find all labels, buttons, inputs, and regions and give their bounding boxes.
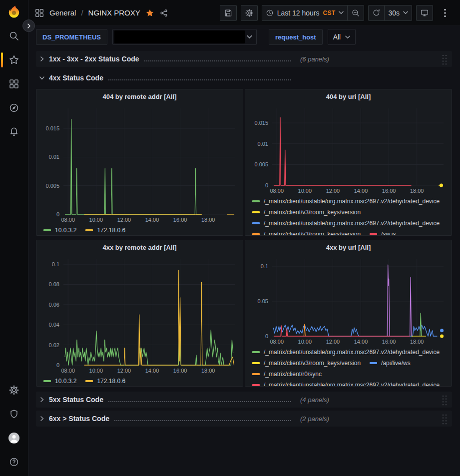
legend-item[interactable]: /_matrix/client/v3/room_keys/version xyxy=(252,229,361,236)
svg-text:16:00: 16:00 xyxy=(382,188,396,194)
timeseries-chart[interactable]: 00.020.040.060.080.108:0010:0012:0014:00… xyxy=(40,253,239,375)
dashboard-settings-button[interactable] xyxy=(241,5,258,21)
svg-text:18:00: 18:00 xyxy=(201,368,215,374)
panel-title[interactable]: 4xx by remote addr [All] xyxy=(40,242,239,253)
chevron-down-icon xyxy=(39,75,45,81)
chevron-down-icon xyxy=(339,11,344,14)
legend-swatch xyxy=(252,233,260,235)
chart-legend: 10.0.3.2172.18.0.6 xyxy=(40,376,239,386)
svg-text:0.005: 0.005 xyxy=(45,183,59,189)
legend-item[interactable]: 10.0.3.2 xyxy=(43,225,76,235)
chevron-down-icon xyxy=(403,11,408,14)
legend-item[interactable]: /_matrix/client/unstable/org.matrix.msc2… xyxy=(252,196,440,206)
legend-item[interactable]: /_matrix/client/v3/room_keys/version xyxy=(252,207,361,217)
help-question-icon xyxy=(8,457,19,468)
legend-item[interactable]: /api/live/ws xyxy=(370,358,411,368)
dotted-leader xyxy=(108,79,291,80)
legend-swatch xyxy=(252,200,260,202)
legend-item[interactable]: 172.18.0.6 xyxy=(85,225,125,235)
sidebar-item-explore[interactable] xyxy=(0,96,28,120)
svg-text:12:00: 12:00 xyxy=(326,339,340,345)
zoom-out-button[interactable] xyxy=(348,5,364,21)
svg-text:0.02: 0.02 xyxy=(49,342,59,348)
timeseries-chart[interactable]: 00.050.108:0010:0012:0014:0016:0018:00 xyxy=(249,253,448,346)
sidebar-item-configuration[interactable] xyxy=(0,378,28,402)
legend-item[interactable]: 172.18.0.6 xyxy=(85,376,125,386)
row-header-5xx[interactable]: 5xx Status Code (4 panels) xyxy=(36,392,452,408)
sidebar-bottom-group xyxy=(0,378,28,476)
grafana-logo[interactable] xyxy=(0,0,28,24)
legend-item[interactable]: /sw.js xyxy=(370,229,396,236)
svg-text:0: 0 xyxy=(265,333,268,339)
sidebar-item-help[interactable] xyxy=(0,450,28,474)
monitor-icon xyxy=(420,8,429,17)
sidebar-item-profile[interactable] xyxy=(0,426,28,450)
row-title: 1xx - 3xx - 2xx Status Code xyxy=(49,55,139,63)
save-dashboard-button[interactable] xyxy=(220,5,237,21)
panel-404-by-remote-addr: 404 by remote addr [All] 00.0050.010.015… xyxy=(36,89,243,236)
legend-item[interactable]: /_matrix/client/v3/room_keys/version xyxy=(252,358,361,368)
request-host-variable-label[interactable]: request_host xyxy=(269,29,323,45)
legend-item[interactable]: /_matrix/client/unstable/org.matrix.msc2… xyxy=(252,347,440,357)
svg-text:10:00: 10:00 xyxy=(89,217,103,223)
variables-row: DS_PROMETHEUS request_host All xyxy=(28,26,460,48)
panel-title[interactable]: 404 by remote addr [All] xyxy=(40,91,239,102)
legend-label: /_matrix/client/unstable/org.matrix.msc2… xyxy=(264,198,440,205)
legend-item[interactable]: /_matrix/client/unstable/org.matrix.msc2… xyxy=(252,218,440,228)
panel-grid: 404 by remote addr [All] 00.0050.010.015… xyxy=(36,89,452,387)
time-range-picker[interactable]: Last 12 hours CST xyxy=(262,5,348,21)
legend-swatch xyxy=(43,229,51,231)
svg-text:08:00: 08:00 xyxy=(270,188,284,194)
svg-text:08:00: 08:00 xyxy=(61,217,75,223)
sidebar-item-server-admin[interactable] xyxy=(0,402,28,426)
refresh-button[interactable] xyxy=(368,5,385,21)
timezone-label: CST xyxy=(323,9,336,16)
legend-label: /_matrix/client/v3/room_keys/version xyxy=(264,231,361,236)
topbar: General / NGINX PROXY xyxy=(28,0,460,26)
dotted-leader xyxy=(114,420,291,421)
breadcrumb-section[interactable]: General xyxy=(49,8,76,17)
row-drag-handle[interactable] xyxy=(441,413,447,425)
legend-label: 172.18.0.6 xyxy=(97,227,125,234)
sidebar-item-dashboards[interactable] xyxy=(0,72,28,96)
dotted-leader xyxy=(144,60,291,61)
refresh-interval-picker[interactable]: 30s xyxy=(385,5,412,21)
svg-text:0.1: 0.1 xyxy=(52,261,59,267)
refresh-interval-label: 30s xyxy=(388,9,400,17)
timeseries-chart[interactable]: 00.0050.010.01508:0010:0012:0014:0016:00… xyxy=(249,102,448,195)
panel-title[interactable]: 404 by uri [All] xyxy=(249,91,448,102)
svg-text:14:00: 14:00 xyxy=(145,217,159,223)
row-drag-handle[interactable] xyxy=(441,394,447,406)
compass-icon xyxy=(8,102,19,113)
row-drag-handle[interactable] xyxy=(441,53,447,65)
panel-title[interactable]: 4xx by uri [All] xyxy=(249,242,448,253)
legend-swatch xyxy=(252,351,260,353)
legend-item[interactable]: /_matrix/client/r0/sync xyxy=(252,369,322,379)
sidebar-expand-button[interactable] xyxy=(22,19,35,32)
sidebar-item-starred[interactable] xyxy=(0,48,28,72)
dashboard-title[interactable]: NGINX PROXY xyxy=(88,8,140,17)
kiosk-mode-button[interactable] xyxy=(416,5,433,21)
chart-legend: 10.0.3.2172.18.0.6 xyxy=(40,225,239,235)
legend-label: 172.18.0.6 xyxy=(97,378,125,385)
row-header-4xx[interactable]: 4xx Status Code xyxy=(36,70,452,86)
timeseries-chart[interactable]: 00.0050.010.01508:0010:0012:0014:0016:00… xyxy=(40,102,239,224)
share-icon[interactable] xyxy=(159,8,168,17)
svg-text:18:00: 18:00 xyxy=(410,339,424,345)
row-header-1xx[interactable]: 1xx - 3xx - 2xx Status Code (6 panels) xyxy=(36,51,452,67)
breadcrumb: General / NGINX PROXY xyxy=(34,8,220,18)
legend-item[interactable]: /_matrix/client/unstable/org.matrix.msc2… xyxy=(252,380,440,387)
more-menu-button[interactable] xyxy=(437,5,453,21)
datasource-select[interactable] xyxy=(112,29,257,45)
datasource-variable-label[interactable]: DS_PROMETHEUS xyxy=(36,29,107,45)
legend-item[interactable]: 10.0.3.2 xyxy=(43,376,76,386)
favorite-star-icon[interactable] xyxy=(145,8,154,17)
sidebar-item-alerting[interactable] xyxy=(0,120,28,144)
svg-text:16:00: 16:00 xyxy=(173,217,187,223)
topbar-actions: Last 12 hours CST xyxy=(220,5,453,21)
row-header-6xx[interactable]: 6xx > Status Code (2 panels) xyxy=(36,411,452,427)
svg-text:12:00: 12:00 xyxy=(117,368,131,374)
request-host-select[interactable]: All xyxy=(328,29,356,45)
legend-swatch xyxy=(252,384,260,386)
grafana-flame-icon xyxy=(6,4,21,19)
